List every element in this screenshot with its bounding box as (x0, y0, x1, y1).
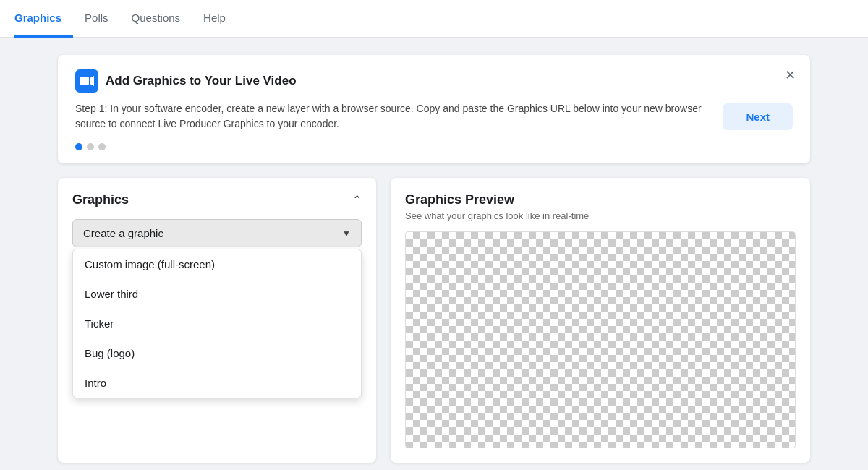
graphics-panel: Graphics ⌃ Create a graphic ▼ Custom ima… (58, 178, 376, 463)
menu-item-lower-third[interactable]: Lower third (73, 279, 361, 309)
menu-item-ticker[interactable]: Ticker (73, 309, 361, 338)
preview-title: Graphics Preview (405, 192, 796, 208)
nav-label-questions: Questions (132, 12, 181, 24)
main-content: ✕ Add Graphics to Your Live Video Step 1… (0, 38, 868, 470)
nav-item-questions[interactable]: Questions (120, 0, 192, 38)
dropdown-label: Create a graphic (83, 227, 163, 239)
menu-item-label-4: Intro (85, 377, 106, 389)
dropdown-menu: Custom image (full-screen) Lower third T… (72, 249, 362, 398)
panel-title: Graphics (72, 192, 129, 208)
video-camera-icon (75, 69, 98, 93)
top-nav: Graphics Polls Questions Help (0, 0, 868, 38)
menu-item-label-2: Ticker (85, 317, 114, 330)
preview-panel: Graphics Preview See what your graphics … (391, 178, 810, 463)
nav-label-help: Help (203, 12, 226, 24)
menu-item-label-0: Custom image (full-screen) (85, 258, 215, 270)
nav-item-help[interactable]: Help (192, 0, 237, 38)
menu-item-bug-logo[interactable]: Bug (logo) (73, 338, 361, 368)
onboarding-title: Add Graphics to Your Live Video (106, 74, 297, 88)
nav-label-polls: Polls (85, 12, 109, 24)
panel-header: Graphics ⌃ (72, 192, 362, 208)
menu-item-intro[interactable]: Intro (73, 368, 361, 398)
step-dot-2 (87, 143, 94, 150)
create-graphic-dropdown[interactable]: Create a graphic ▼ (72, 219, 362, 247)
onboarding-description: Step 1: In your software encoder, create… (75, 101, 708, 132)
onboarding-header: Add Graphics to Your Live Video (75, 69, 793, 93)
step-dots (75, 143, 793, 150)
svg-rect-0 (80, 77, 89, 85)
menu-item-label-3: Bug (logo) (85, 347, 135, 359)
dropdown-arrow-icon: ▼ (342, 228, 351, 239)
menu-item-label-1: Lower third (85, 288, 138, 300)
onboarding-body: Step 1: In your software encoder, create… (75, 101, 793, 132)
bottom-section: Graphics ⌃ Create a graphic ▼ Custom ima… (58, 178, 810, 463)
onboarding-card: ✕ Add Graphics to Your Live Video Step 1… (58, 55, 810, 163)
nav-item-polls[interactable]: Polls (73, 0, 120, 38)
menu-item-custom-image[interactable]: Custom image (full-screen) (73, 249, 361, 279)
next-button[interactable]: Next (723, 103, 793, 130)
preview-canvas (405, 231, 796, 448)
preview-subtitle: See what your graphics look like in real… (405, 210, 796, 221)
step-dot-3 (98, 143, 106, 150)
chevron-up-icon[interactable]: ⌃ (352, 193, 362, 207)
svg-marker-1 (90, 76, 94, 86)
nav-label-graphics: Graphics (14, 12, 61, 24)
nav-item-graphics[interactable]: Graphics (14, 0, 73, 38)
step-dot-1 (75, 143, 82, 150)
close-button[interactable]: ✕ (781, 67, 799, 84)
